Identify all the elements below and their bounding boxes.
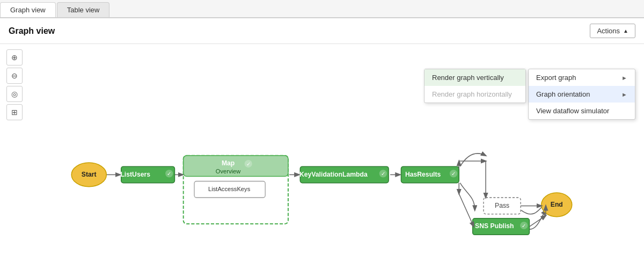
fit-button[interactable]: ◎ [6,86,23,102]
has-results-node-label: HasResults [405,171,441,178]
render-vertical-label: Render graph vertically [432,74,504,82]
svg-text:✓: ✓ [246,161,251,167]
list-users-node-label: ListUsers [120,171,150,178]
list-access-keys-node-label: ListAccessKeys [208,186,251,192]
end-node-label: End [551,201,563,208]
svg-text:✓: ✓ [522,223,526,229]
sns-publish-node-label: SNS Publish [475,222,514,230]
zoom-in-button[interactable]: ⊕ [6,49,23,65]
graph-orientation-submenu: Render graph vertically Render graph hor… [424,69,526,103]
svg-text:✓: ✓ [167,171,171,177]
tab-table-view[interactable]: Table view [57,2,110,17]
svg-text:Overview: Overview [216,168,241,174]
map-node-label: Map [222,159,235,167]
render-horizontal-label: Render graph horizontally [432,90,512,98]
dropdown-item-view-dataflow[interactable]: View dataflow simulator [529,103,635,119]
export-graph-label: Export graph [536,74,576,82]
svg-line-30 [459,194,473,227]
key-validation-node-label: KeyValidationLambda [299,171,368,178]
submenu-item-render-vertical[interactable]: Render graph vertically [425,69,525,86]
toolbar: ⊕ ⊖ ◎ ⊞ [6,49,23,120]
export-graph-chevron-icon: ► [621,75,627,81]
submenu-item-render-horizontal[interactable]: Render graph horizontally [425,86,525,103]
actions-button[interactable]: Actions ▲ [590,24,635,38]
graph-orientation-chevron-icon: ► [621,91,627,98]
tab-graph-view[interactable]: Graph view [0,2,56,17]
actions-dropdown: Export graph ► Graph orientation ► View … [528,69,635,120]
dropdown-item-export-graph[interactable]: Export graph ► [529,69,635,86]
actions-arrow-icon: ▲ [623,28,628,34]
svg-text:✓: ✓ [381,171,385,177]
page-title: Graph view [9,26,55,36]
header-bar: Graph view Actions ▲ [0,18,644,44]
pass-node-label: Pass [495,202,509,209]
start-node-label: Start [82,171,97,178]
graph-orientation-label: Graph orientation [536,90,590,98]
actions-label: Actions [597,27,620,35]
svg-text:✓: ✓ [451,171,456,177]
tab-graph-view-label: Graph view [10,6,46,14]
tabs-bar: Graph view Table view [0,0,644,18]
tab-table-view-label: Table view [67,6,100,14]
dropdown-item-graph-orientation[interactable]: Graph orientation ► [529,86,635,103]
zoom-out-button[interactable]: ⊖ [6,68,23,84]
expand-button[interactable]: ⊞ [6,104,23,120]
canvas-area: ⊕ ⊖ ◎ ⊞ Export graph ► Graph orientation… [0,44,644,277]
view-dataflow-label: View dataflow simulator [536,107,609,115]
